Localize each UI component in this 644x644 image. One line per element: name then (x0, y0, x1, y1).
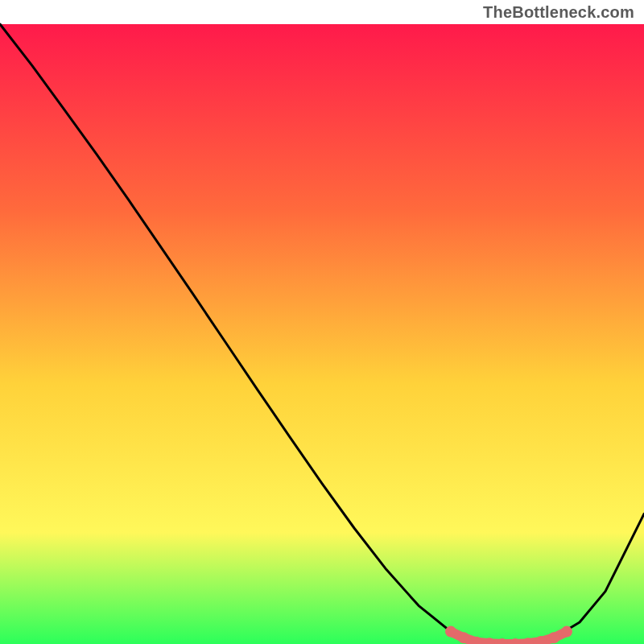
chart-canvas: TheBottleneck.com (0, 0, 644, 644)
optimal-dot (458, 632, 469, 643)
site-watermark: TheBottleneck.com (483, 3, 634, 22)
gradient-background (0, 24, 644, 644)
optimal-dot (445, 626, 456, 638)
optimal-dot (561, 626, 572, 638)
optimal-dot (548, 632, 559, 643)
bottleneck-chart-svg (0, 0, 644, 644)
